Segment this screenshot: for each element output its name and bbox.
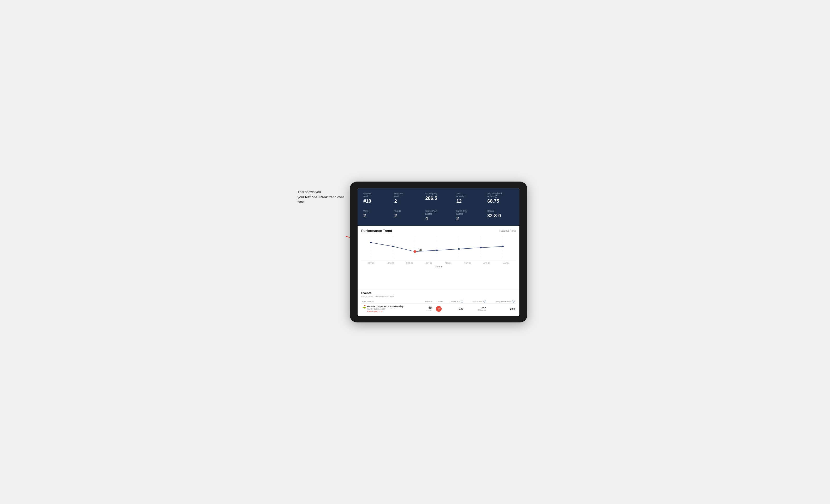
stat-national-rank: NationalRank #10 (361, 191, 392, 206)
events-updated: Last updated: 24th November 2023 (361, 295, 516, 298)
stat-match-play: Match PlayEvents 2 (454, 208, 485, 223)
chart-svg: • #10 (361, 235, 516, 261)
tablet-device: NationalRank #10 RegionalRank 2 Scoring … (350, 181, 527, 323)
events-section: Events Last updated: 24th November 2023 … (358, 289, 519, 316)
trend-header: Performance Trend National Rank (361, 229, 516, 233)
col-position: Position (420, 299, 434, 304)
annotation: This shows you your National Rank trend … (297, 190, 350, 205)
annotation-line2: your (297, 195, 305, 199)
stats-row1: NationalRank #10 RegionalRank 2 Scoring … (358, 188, 519, 208)
event-score: -22 (434, 304, 444, 314)
annotation-bold: National Rank (305, 195, 328, 199)
weighted-points: 28.3 (487, 304, 516, 314)
svg-point-9 (370, 242, 372, 243)
trend-section: Performance Trend National Rank (358, 226, 519, 289)
trend-axis-label: National Rank (499, 229, 516, 232)
stat-top3s: Top 3s 2 (392, 208, 423, 223)
col-total-points: Total Points i (464, 299, 487, 304)
svg-point-14 (480, 247, 482, 248)
info-icon-wp: i (512, 300, 515, 303)
stat-record: Record 32-8-0 (485, 208, 516, 223)
score-badge: -22 (436, 306, 442, 312)
events-title: Events (361, 292, 516, 295)
axis-title: Months (361, 265, 516, 268)
month-may24: MAY 24 (497, 262, 516, 264)
event-position: 6th out of 7 (420, 304, 434, 314)
svg-point-12 (436, 250, 438, 251)
stat-scoring-avg: Scoring Avg. 286.5 (423, 191, 454, 206)
scene: This shows you your National Rank trend … (297, 176, 533, 328)
col-event-sg: Event SG i (444, 299, 464, 304)
svg-point-13 (458, 248, 459, 250)
event-sg: 0.45 (444, 304, 464, 314)
total-points: 28.3 3 Rounds (464, 304, 487, 314)
event-icon: ⛳ (362, 305, 366, 309)
stat-stroke-play: Stroke PlayEvents 4 (423, 208, 454, 223)
rank-impact: Rank Impact: 3 ▼ (367, 310, 404, 312)
col-event-name: Event Name (361, 299, 420, 304)
event-title: Buster Cozy Cup – Stroke Play (367, 305, 404, 308)
events-table: Event Name Position Score Event SG i Tot… (361, 299, 516, 314)
svg-point-10 (392, 246, 393, 247)
event-date: Oct 9 - Oct 10, 2023 (367, 308, 404, 310)
stat-total-rounds: TotalRounds 12 (454, 191, 485, 206)
stats-row2: Wins 2 Top 3s 2 Stroke PlayEvents 4 Matc… (358, 208, 519, 226)
col-score: Score (434, 299, 444, 304)
month-mar24: MAR 24 (458, 262, 477, 264)
trend-title: Performance Trend (361, 229, 392, 233)
month-dec23: DEC 23 (400, 262, 419, 264)
svg-point-15 (502, 246, 504, 247)
month-nov23: NOV 23 (381, 262, 400, 264)
info-icon-tp: i (483, 300, 486, 303)
svg-point-11 (414, 250, 416, 253)
stat-avg-weighted: Avg. WeightedPoints i 68.75 (485, 191, 516, 206)
month-apr24: APR 24 (477, 262, 497, 264)
month-oct23: OCT 23 (361, 262, 381, 264)
chart-area: • #10 (361, 235, 516, 261)
svg-text:• #10: • #10 (418, 249, 422, 251)
stat-wins: Wins 2 (361, 208, 392, 223)
table-row: ⛳ Buster Cozy Cup – Stroke Play Oct 9 - … (361, 304, 516, 314)
tablet-screen: NationalRank #10 RegionalRank 2 Scoring … (358, 188, 519, 316)
event-name-cell: ⛳ Buster Cozy Cup – Stroke Play Oct 9 - … (361, 304, 420, 314)
stat-regional-rank: RegionalRank 2 (392, 191, 423, 206)
col-weighted-points: Weighted Points i (487, 299, 516, 304)
month-jan24: JAN 24 (419, 262, 439, 264)
annotation-line1: This shows you (297, 190, 321, 194)
months-axis: OCT 23 NOV 23 DEC 23 JAN 24 FEB 24 MAR 2… (361, 261, 516, 265)
month-feb24: FEB 24 (439, 262, 458, 264)
info-icon-sg: i (461, 300, 463, 303)
info-icon-avg: i (494, 195, 497, 198)
